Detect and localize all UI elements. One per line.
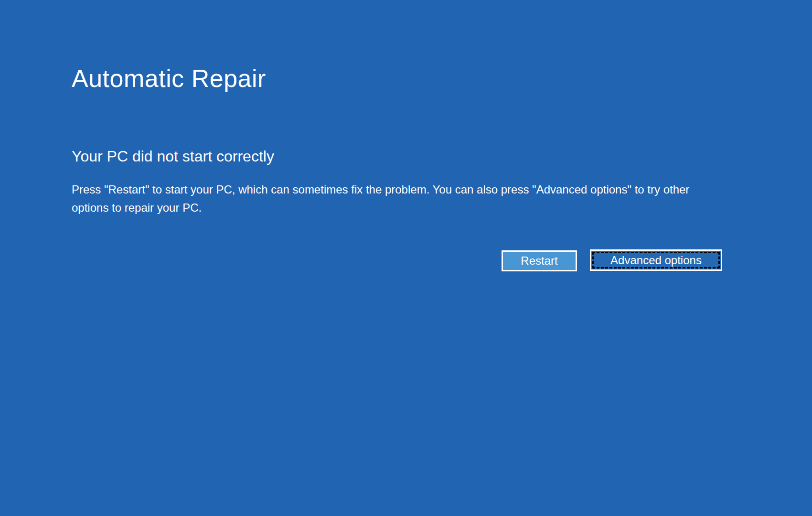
page-title: Automatic Repair [72,65,266,92]
automatic-repair-screen: Automatic Repair Your PC did not start c… [0,0,812,516]
status-description: Press "Restart" to start your PC, which … [72,181,724,217]
status-heading: Your PC did not start correctly [72,148,274,165]
advanced-options-button[interactable]: Advanced options [590,249,722,271]
advanced-options-label: Advanced options [610,254,702,267]
restart-button[interactable]: Restart [502,250,577,271]
